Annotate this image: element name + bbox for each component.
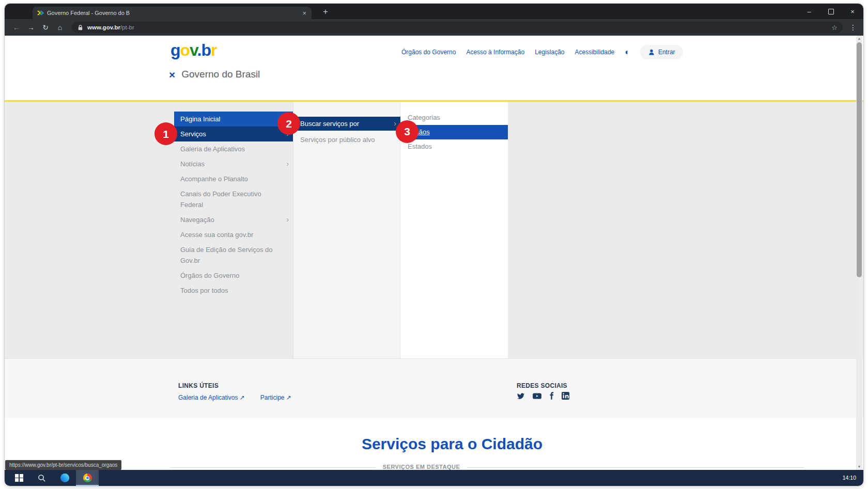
minimize-button[interactable]: – <box>798 4 820 19</box>
header-nav: Órgãos do Governo Acesso à Informação Le… <box>401 43 683 61</box>
url-text: www.gov.br/pt-br <box>87 24 134 30</box>
taskbar-search-button[interactable] <box>30 470 53 486</box>
menu-column-servicos: Buscar serviços por › 2 Serviços por púb… <box>293 117 400 147</box>
search-icon <box>38 474 46 482</box>
login-label: Entrar <box>658 49 675 56</box>
tab-close-icon[interactable]: × <box>301 10 307 17</box>
menu-item-orgaos[interactable]: Órgãos 3 <box>400 125 508 139</box>
step-badge-3: 3 <box>396 120 419 143</box>
menu-item-servicos-por-publico-alvo[interactable]: Serviços por público alvo <box>293 133 400 147</box>
menu-item-buscar-servicos-por[interactable]: Buscar serviços por › 2 <box>293 117 400 131</box>
browser-tab[interactable]: Governo Federal - Governo do B × <box>33 7 312 19</box>
useful-links-title: LINKS ÚTEIS <box>178 382 219 389</box>
scrollbar-thumb[interactable] <box>857 42 862 277</box>
page-content: Serviços para o Cidadão SERVIÇOS EM DEST… <box>5 418 863 470</box>
page-scrollbar[interactable]: ▲ ▼ <box>856 36 862 470</box>
menu-column-buscar-por: Categorias Órgãos 3 Estados <box>400 111 508 154</box>
menu-item-galeria-de-aplicativos[interactable]: Galeria de Aplicativos <box>174 141 293 156</box>
tab-title: Governo Federal - Governo do B <box>47 10 298 16</box>
page-heading: Serviços para o Cidadão <box>171 435 734 453</box>
chevron-right-icon: › <box>286 214 289 225</box>
restore-icon <box>828 9 834 14</box>
social-icons <box>517 392 569 400</box>
scroll-up-icon[interactable]: ▲ <box>856 36 862 42</box>
taskbar-clock: 14:10 <box>843 470 856 486</box>
govbr-favicon-icon <box>37 9 44 17</box>
section-divider: SERVIÇOS EM DESTAQUE <box>171 467 804 468</box>
social-title: REDES SOCIAIS <box>517 382 567 389</box>
menu-item-canais-poder-executivo[interactable]: Canais do Poder Executivo Federal <box>174 186 293 212</box>
user-icon <box>648 49 655 56</box>
address-bar[interactable]: www.gov.br/pt-br ☆ <box>72 22 843 33</box>
menu-item-estados[interactable]: Estados <box>400 139 508 154</box>
back-icon[interactable]: ← <box>10 23 23 31</box>
youtube-icon[interactable] <box>533 392 541 400</box>
page-viewport: gov.br × Governo do Brasil Órgãos do Gov… <box>5 36 863 470</box>
chevron-right-icon: › <box>286 159 289 169</box>
nav-acessibilidade[interactable]: Acessibilidade <box>575 49 615 56</box>
browser-menu-icon[interactable]: ⋮ <box>848 23 858 31</box>
window-controls: – × <box>798 4 863 19</box>
menu-item-orgaos-do-governo[interactable]: Órgãos do Governo <box>174 268 293 283</box>
menu-item-todos-por-todos[interactable]: Todos por todos <box>174 283 293 298</box>
menu-header: × Governo do Brasil <box>169 69 260 80</box>
nav-acesso-a-informacao[interactable]: Acesso à Informação <box>466 49 524 56</box>
start-button[interactable] <box>8 470 30 486</box>
external-link-icon: ↗ <box>240 394 245 401</box>
link-preview-tooltip: https://www.gov.br/pt-br/servicos/busca_… <box>5 460 121 470</box>
step-badge-2: 2 <box>277 112 300 135</box>
url-host: www.gov.br <box>87 24 120 30</box>
menu-title: Governo do Brasil <box>181 69 260 80</box>
twitter-icon[interactable] <box>517 392 525 400</box>
link-galeria-de-aplicativos[interactable]: Galeria de Aplicativos ↗ <box>178 394 245 401</box>
govbr-logo[interactable]: gov.br <box>171 41 216 60</box>
close-button[interactable]: × <box>842 4 863 19</box>
taskbar-chrome-button[interactable] <box>76 470 99 486</box>
url-path: /pt-br <box>120 24 134 30</box>
menu-item-navegacao[interactable]: Navegação› <box>174 212 293 227</box>
chrome-icon <box>83 474 92 482</box>
browser-window: Governo Federal - Governo do B × + – × ←… <box>5 4 863 486</box>
nav-legislacao[interactable]: Legislação <box>535 49 564 56</box>
site-header: gov.br × Governo do Brasil Órgãos do Gov… <box>5 36 863 100</box>
menu-item-pagina-inicial[interactable]: Página Inicial <box>174 112 293 127</box>
link-participe[interactable]: Participe ↗ <box>260 394 291 401</box>
menu-item-noticias[interactable]: Notícias› <box>174 156 293 171</box>
login-button[interactable]: Entrar <box>640 45 683 59</box>
menu-item-acesse-sua-conta[interactable]: Acesse sua conta gov.br <box>174 227 293 242</box>
menu-close-icon[interactable]: × <box>169 69 175 80</box>
new-tab-button[interactable]: + <box>319 6 332 18</box>
menu-item-guia-de-edicao[interactable]: Guia de Edição de Serviços do Gov.br <box>174 242 293 268</box>
menu-footer: LINKS ÚTEIS Galeria de Aplicativos ↗ Par… <box>5 358 863 418</box>
facebook-icon[interactable] <box>549 392 554 400</box>
useful-links: Galeria de Aplicativos ↗ Participe ↗ <box>178 394 291 401</box>
browser-titlebar: Governo Federal - Governo do B × + – × <box>5 4 863 19</box>
reload-icon[interactable]: ↻ <box>39 23 52 31</box>
forward-icon[interactable]: → <box>24 23 38 31</box>
nav-orgaos-do-governo[interactable]: Órgãos do Governo <box>401 49 456 56</box>
contrast-icon[interactable]: ◐ <box>625 48 630 56</box>
windows-taskbar: 14:10 <box>5 470 863 486</box>
external-link-icon: ↗ <box>286 394 291 401</box>
menu-item-categorias[interactable]: Categorias <box>400 111 508 125</box>
menu-item-servicos[interactable]: Serviços › 1 <box>174 127 293 141</box>
windows-logo-icon <box>15 474 23 482</box>
bookmark-star-icon[interactable]: ☆ <box>831 24 838 31</box>
menu-item-acompanhe-o-planalto[interactable]: Acompanhe o Planalto <box>174 171 293 186</box>
edge-icon <box>60 474 69 482</box>
taskbar-apps <box>8 470 99 486</box>
section-label: SERVIÇOS EM DESTAQUE <box>376 464 468 470</box>
home-icon[interactable]: ⌂ <box>53 23 67 31</box>
menu-column-main: Página Inicial Serviços › 1 Galeria de A… <box>174 112 293 298</box>
scroll-down-icon[interactable]: ▼ <box>856 464 862 470</box>
browser-toolbar: ← → ↻ ⌂ www.gov.br/pt-br ☆ ⋮ <box>5 19 863 36</box>
taskbar-edge-button[interactable] <box>53 470 76 486</box>
linkedin-icon[interactable] <box>562 392 569 400</box>
step-badge-1: 1 <box>154 122 177 145</box>
lock-icon <box>77 24 84 31</box>
maximize-button[interactable] <box>820 4 842 19</box>
